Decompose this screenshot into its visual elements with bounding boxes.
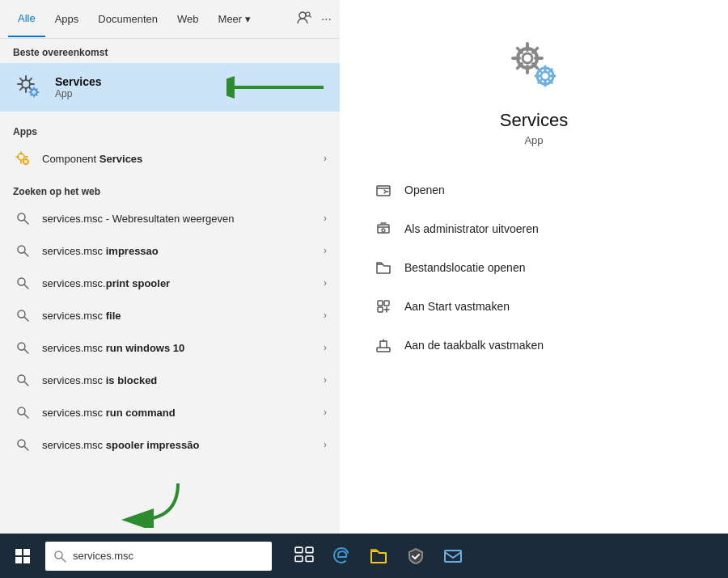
tabs-bar: Alle Apps Documenten Web Meer ▾ ··· bbox=[0, 0, 340, 39]
pin-start-icon bbox=[372, 295, 395, 318]
search-icon-6 bbox=[13, 403, 32, 422]
start-button[interactable] bbox=[6, 540, 39, 572]
search-icon-3 bbox=[13, 306, 32, 325]
app-detail-name: Services bbox=[500, 110, 568, 131]
svg-rect-34 bbox=[378, 307, 383, 312]
search-icon-2 bbox=[13, 273, 32, 293]
app-detail-type: App bbox=[524, 134, 543, 146]
web-section-label: Zoeken op het web bbox=[0, 178, 340, 202]
arrow-icon-7: › bbox=[324, 439, 327, 450]
arrow-icon-4: › bbox=[324, 342, 327, 353]
task-view-icon[interactable] bbox=[288, 540, 320, 572]
taskbar-search-icon bbox=[53, 550, 66, 563]
web-item-text-7: services.msc spooler impressão bbox=[42, 439, 324, 451]
web-item-5[interactable]: services.msc is blocked › bbox=[0, 364, 340, 396]
arrow-icon-2: › bbox=[324, 277, 327, 289]
svg-point-0 bbox=[299, 12, 306, 19]
svg-line-22 bbox=[24, 414, 28, 418]
svg-rect-47 bbox=[445, 551, 461, 562]
web-item-text-4: services.msc run windows 10 bbox=[42, 342, 324, 354]
svg-rect-44 bbox=[306, 547, 313, 553]
svg-line-42 bbox=[61, 558, 66, 562]
best-match-title: Services bbox=[55, 75, 102, 88]
tab-web[interactable]: Web bbox=[167, 2, 209, 36]
search-icon-4 bbox=[13, 338, 32, 357]
taskbar-icons-group bbox=[288, 540, 469, 572]
web-item-text-2: services.msc.print spooler bbox=[42, 277, 324, 289]
action-admin[interactable]: Als administrator uitvoeren bbox=[372, 209, 696, 248]
right-panel: Services App Openen bbox=[340, 0, 728, 534]
arrow-icon-6: › bbox=[324, 407, 327, 418]
svg-line-24 bbox=[24, 446, 28, 450]
best-match-label: Beste overeenkomst bbox=[0, 39, 340, 63]
taskbar-search-box[interactable] bbox=[45, 542, 272, 571]
action-file-location[interactable]: Bestandslocatie openen bbox=[372, 248, 696, 287]
arrow-icon-0: › bbox=[324, 213, 327, 224]
svg-line-16 bbox=[24, 317, 28, 321]
svg-rect-45 bbox=[295, 556, 303, 562]
best-match-subtitle: App bbox=[55, 88, 102, 99]
svg-rect-29 bbox=[377, 186, 390, 196]
svg-line-12 bbox=[24, 252, 28, 256]
web-item-6[interactable]: services.msc run command › bbox=[0, 396, 340, 428]
svg-line-18 bbox=[24, 349, 28, 353]
edge-icon[interactable] bbox=[325, 540, 358, 572]
web-item-text-5: services.msc is blocked bbox=[42, 374, 324, 386]
web-item-2[interactable]: services.msc.print spooler › bbox=[0, 267, 340, 299]
search-person-icon[interactable] bbox=[297, 11, 311, 28]
web-section: Zoeken op het web services.msc - Webresu… bbox=[0, 175, 340, 461]
tab-apps[interactable]: Apps bbox=[45, 2, 89, 36]
arrow-icon-1: › bbox=[324, 245, 327, 256]
action-pin-start[interactable]: Aan Start vastmaken bbox=[372, 287, 696, 326]
pin-taskbar-icon bbox=[372, 334, 395, 357]
svg-rect-46 bbox=[306, 556, 313, 562]
web-item-1[interactable]: services.msc impressao › bbox=[0, 234, 340, 267]
apps-section: Apps Component Services › bbox=[0, 112, 340, 175]
tab-documenten[interactable]: Documenten bbox=[88, 2, 167, 36]
taskbar bbox=[0, 534, 728, 578]
arrow-icon: › bbox=[324, 153, 327, 164]
tab-alle[interactable]: Alle bbox=[8, 1, 45, 37]
best-match-text: Services App bbox=[55, 75, 102, 99]
svg-point-31 bbox=[382, 229, 385, 232]
search-icon-7 bbox=[13, 435, 32, 454]
apps-label: Apps bbox=[0, 118, 340, 142]
mail-icon[interactable] bbox=[437, 540, 469, 572]
component-services-item[interactable]: Component Services › bbox=[0, 142, 340, 175]
action-file-location-label: Bestandslocatie openen bbox=[404, 261, 525, 274]
best-match-item[interactable]: Services App bbox=[0, 63, 340, 112]
tab-meer[interactable]: Meer ▾ bbox=[209, 2, 260, 36]
web-item-7[interactable]: services.msc spooler impressão › bbox=[0, 428, 340, 461]
web-item-text-3: services.msc file bbox=[42, 310, 324, 322]
svg-rect-38 bbox=[23, 549, 30, 555]
svg-rect-37 bbox=[15, 549, 22, 555]
component-services-text: Component Services bbox=[42, 153, 324, 165]
action-open[interactable]: Openen bbox=[372, 171, 696, 209]
services-small-icon bbox=[13, 71, 45, 103]
action-pin-taskbar[interactable]: Aan de taakbalk vastmaken bbox=[372, 326, 696, 365]
svg-line-20 bbox=[24, 382, 28, 386]
folder-icon bbox=[372, 256, 395, 279]
security-icon[interactable] bbox=[400, 540, 432, 572]
app-actions: Openen Als administrator uitvoeren bbox=[340, 171, 728, 365]
search-icon-1 bbox=[13, 241, 32, 260]
taskbar-search-input[interactable] bbox=[73, 550, 264, 562]
svg-rect-35 bbox=[377, 348, 390, 352]
web-item-4[interactable]: services.msc run windows 10 › bbox=[0, 331, 340, 364]
arrow-icon-3: › bbox=[324, 310, 327, 321]
tab-icons: ··· bbox=[297, 11, 332, 28]
action-pin-taskbar-label: Aan de taakbalk vastmaken bbox=[404, 339, 544, 352]
svg-line-14 bbox=[24, 285, 28, 289]
svg-rect-33 bbox=[384, 301, 389, 306]
svg-rect-43 bbox=[295, 547, 303, 553]
web-item-3[interactable]: services.msc file › bbox=[0, 299, 340, 331]
more-options-icon[interactable]: ··· bbox=[321, 12, 332, 27]
web-item-0[interactable]: services.msc - Webresultaten weergeven › bbox=[0, 202, 340, 234]
svg-rect-40 bbox=[23, 557, 30, 563]
action-pin-start-label: Aan Start vastmaken bbox=[404, 300, 510, 313]
arrow-icon-5: › bbox=[324, 374, 327, 386]
file-explorer-icon[interactable] bbox=[362, 540, 395, 572]
open-icon bbox=[372, 179, 395, 201]
search-icon-5 bbox=[13, 370, 32, 390]
svg-rect-39 bbox=[15, 557, 22, 563]
